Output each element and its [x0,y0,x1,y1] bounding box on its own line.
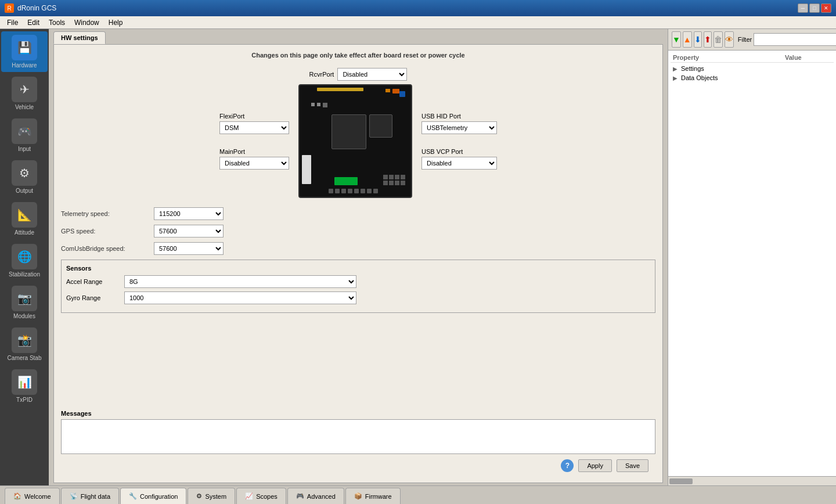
tab-welcome[interactable]: 🏠 Welcome [5,488,60,504]
upload-btn[interactable]: ▲ [683,31,692,48]
pcb-pad6 [361,189,365,193]
apply-button[interactable]: Apply [578,459,612,472]
flexiport-select[interactable]: Disabled DSM Serial Telemetry I2C GPS [219,121,289,134]
delete-btn[interactable]: 🗑 [714,31,723,48]
page-notice: Changes on this page only take effect af… [61,52,655,59]
pcb-pad7 [367,189,372,193]
minimize-button[interactable]: ─ [798,3,808,13]
advanced-icon: 🎮 [296,492,304,500]
load-btn[interactable]: ⬆ [704,31,712,48]
messages-textarea[interactable] [61,419,655,454]
eye-btn[interactable]: 👁 [725,31,734,48]
pcb-white-connector [302,155,311,184]
tab-hw-settings[interactable]: HW settings [53,31,106,44]
welcome-label: Welcome [24,493,51,500]
gyro-label: Gyro Range [66,294,124,301]
pcb-pad2 [335,189,340,193]
gps-speed-row: GPS speed: 9600 19200 38400 57600 115200 [61,225,655,237]
maximize-button[interactable]: □ [809,3,820,13]
tab-configuration[interactable]: 🔧 Configuration [120,488,186,504]
scrollbar-thumb [669,478,693,484]
sidebar: 💾 Hardware ✈ Vehicle 🎮 Input ⚙ Output 📐 … [0,29,49,485]
sidebar-item-vehicle[interactable]: ✈ Vehicle [1,73,48,114]
menu-tools[interactable]: Tools [44,17,70,28]
telemetry-speed-select[interactable]: 9600 19200 38400 57600 115200 [154,207,224,220]
help-button[interactable]: ? [561,459,574,472]
pcb-sq1 [383,175,388,179]
pcb-bottom-pads [329,189,378,193]
save-button[interactable]: Save [617,459,648,472]
usb-hid-select[interactable]: Disabled USBTelemetry [421,121,497,134]
telemetry-speed-row: Telemetry speed: 9600 19200 38400 57600 … [61,207,655,220]
save-btn[interactable]: ⬇ [694,31,702,48]
sidebar-item-hardware[interactable]: 💾 Hardware [1,31,48,72]
usb-vcp-select[interactable]: Disabled Serial Telemetry GPS [421,157,497,170]
main-layout: 💾 Hardware ✈ Vehicle 🎮 Input ⚙ Output 📐 … [0,29,836,485]
close-button[interactable]: ✕ [821,3,831,13]
messages-section: Messages [61,410,655,456]
tab-scopes[interactable]: 📈 Scopes [236,488,286,504]
sidebar-item-txpid[interactable]: 📊 TxPID [1,366,48,406]
configuration-label: Configuration [140,493,178,500]
menu-help[interactable]: Help [104,17,128,28]
pcb-pad1 [329,189,333,193]
board-section: RcvrPort Disabled PWM PPM SBUS DSM [61,68,655,198]
right-ports: USB HID Port Disabled USBTelemetry USB V… [421,113,497,170]
accel-select[interactable]: 2G 4G 8G 16G [124,275,356,288]
input-icon: 🎮 [12,118,37,144]
pcb-sq6 [389,181,394,185]
sidebar-item-input[interactable]: 🎮 Input [1,115,48,156]
right-toolbar: ▼ ▲ ⬇ ⬆ 🗑 👁 Filter Clear [668,29,836,51]
flexiport-group: FlexiPort Disabled DSM Serial Telemetry … [219,113,289,134]
comusb-speed-row: ComUsbBridge speed: 9600 19200 38400 576… [61,242,655,255]
vehicle-icon: ✈ [12,77,37,102]
hw-form: RcvrPort Disabled PWM PPM SBUS DSM [61,68,655,410]
pcb-sm1 [311,103,315,106]
sidebar-label-stabilization: Stabilization [9,271,40,278]
sidebar-item-output[interactable]: ⚙ Output [1,157,48,197]
revrport-select[interactable]: Disabled PWM PPM SBUS DSM [337,68,407,81]
menu-edit[interactable]: Edit [23,17,44,28]
mainport-select[interactable]: Disabled Serial Telemetry GPS DSM [219,157,289,170]
flight-data-label: Flight data [81,493,110,500]
sidebar-item-camera-stab[interactable]: 📸 Camera Stab [1,324,48,365]
flexiport-label: FlexiPort [219,113,289,120]
tree-item-data-objects[interactable]: ▶ Data Objects [671,73,834,82]
revrport-label: RcvrPort [309,71,334,78]
menu-file[interactable]: File [2,17,23,28]
pcb-pad3 [341,189,346,193]
pcb-sq4 [401,175,405,179]
sidebar-item-attitude[interactable]: 📐 Attitude [1,199,48,239]
firmware-label: Firmware [365,493,392,500]
pcb-pad8 [373,189,378,193]
menu-window[interactable]: Window [70,17,104,28]
advanced-label: Advanced [307,493,336,500]
menubar: File Edit Tools Window Help [0,16,836,29]
welcome-icon: 🏠 [13,492,21,500]
gyro-select[interactable]: 250 500 1000 2000 [124,291,356,304]
filter-input[interactable] [754,33,836,46]
pcb-sq5 [383,181,388,185]
tab-advanced[interactable]: 🎮 Advanced [287,488,344,504]
comusb-speed-label: ComUsbBridge speed: [61,245,154,252]
gyro-range-row: Gyro Range 250 500 1000 2000 [66,291,650,304]
sensors-title: Sensors [66,265,650,272]
accel-range-row: Accel Range 2G 4G 8G 16G [66,275,650,288]
comusb-speed-select[interactable]: 9600 19200 38400 57600 115200 [154,242,224,255]
usb-hid-group: USB HID Port Disabled USBTelemetry [421,113,497,134]
right-scrollbar[interactable] [668,476,836,485]
tab-flight-data[interactable]: 📡 Flight data [61,488,119,504]
system-label: System [205,493,226,500]
tree-item-settings[interactable]: ▶ Settings [671,64,834,73]
sidebar-item-modules[interactable]: 📷 Modules [1,282,48,323]
attitude-icon: 📐 [12,202,37,228]
sidebar-item-stabilization[interactable]: 🌐 Stabilization [1,240,48,281]
gps-speed-select[interactable]: 9600 19200 38400 57600 115200 [154,225,224,237]
tree-label-data-objects: Data Objects [681,74,831,81]
sidebar-label-txpid: TxPID [16,397,33,403]
tab-system[interactable]: ⚙ System [188,488,235,504]
pcb-pads-top [317,88,363,91]
tab-firmware[interactable]: 📦 Firmware [345,488,401,504]
download-btn[interactable]: ▼ [672,31,681,48]
pcb-sq2 [389,175,394,179]
